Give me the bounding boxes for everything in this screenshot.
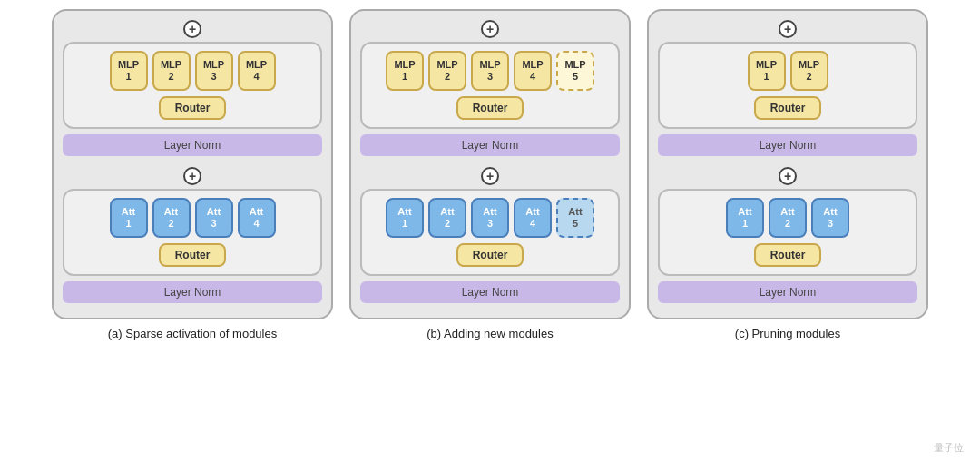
layer-norm-top: Layer Norm <box>63 134 322 156</box>
mlp-modules-row: MLP1MLP2 <box>748 51 828 91</box>
mlp-block-c: MLP1MLP2Router <box>658 42 917 129</box>
circle-plus: + <box>481 20 499 38</box>
att-sub: 1 <box>402 218 407 230</box>
att-label: Att <box>250 206 263 218</box>
att-box-1: Att1 <box>110 198 148 238</box>
mid-plus-symbol: + <box>658 167 917 185</box>
outer-card-b: +MLP1MLP2MLP3MLP4MLP5RouterLayer Norm+At… <box>349 9 631 319</box>
mlp-box-1: MLP1 <box>386 51 424 91</box>
att-modules-row: Att1Att2Att3Att4Att5 <box>386 198 594 238</box>
mlp-label: MLP <box>118 59 139 71</box>
att-box-3: Att3 <box>195 198 233 238</box>
router-label: Router <box>754 96 822 120</box>
att-block-inner: Att1Att2Att3Att4Att5 <box>371 198 609 238</box>
layer-norm-bottom: Layer Norm <box>658 281 917 303</box>
mlp-modules-row: MLP1MLP2MLP3MLP4MLP5 <box>386 51 594 91</box>
att-label: Att <box>164 206 178 218</box>
top-plus-symbol: + <box>658 20 917 38</box>
mlp-sub: 3 <box>487 71 493 83</box>
router-label: Router <box>456 96 524 120</box>
mlp-box-3: MLP3 <box>195 51 233 91</box>
att-sub: 2 <box>445 218 450 230</box>
att-router-label: Router <box>159 243 227 267</box>
att-label: Att <box>440 206 454 218</box>
mlp-sub: 1 <box>763 71 769 83</box>
top-plus-symbol: + <box>360 20 620 38</box>
att-label: Att <box>483 206 496 218</box>
att-box-4: Att4 <box>238 198 276 238</box>
mlp-sub: 2 <box>168 71 173 83</box>
mlp-label: MLP <box>203 59 224 71</box>
att-sub: 1 <box>125 218 131 230</box>
circle-plus-mid: + <box>481 167 499 185</box>
diagram-col-b: +MLP1MLP2MLP3MLP4MLP5RouterLayer Norm+At… <box>349 9 631 340</box>
att-box-2: Att2 <box>769 198 807 238</box>
mlp-sub: 5 <box>573 71 578 83</box>
outer-card-a: +MLP1MLP2MLP3MLP4RouterLayer Norm+Att1At… <box>52 9 333 319</box>
mlp-box-4: MLP4 <box>514 51 552 91</box>
mlp-label: MLP <box>522 59 543 71</box>
diagrams-row: +MLP1MLP2MLP3MLP4RouterLayer Norm+Att1At… <box>18 9 962 340</box>
mlp-label: MLP <box>564 59 585 71</box>
circle-plus-mid: + <box>183 167 201 185</box>
mlp-block-a: MLP1MLP2MLP3MLP4Router <box>63 42 322 129</box>
att-box-2: Att2 <box>152 198 191 238</box>
att-sub: 4 <box>530 218 535 230</box>
mlp-box-2: MLP2 <box>428 51 466 91</box>
att-sub: 2 <box>785 218 790 230</box>
outer-card-c: +MLP1MLP2RouterLayer Norm+Att1Att2Att3Ro… <box>647 9 928 319</box>
mid-plus-symbol: + <box>63 167 322 185</box>
mlp-label: MLP <box>246 59 267 71</box>
mlp-label: MLP <box>799 59 819 71</box>
diagram-col-a: +MLP1MLP2MLP3MLP4RouterLayer Norm+Att1At… <box>52 9 333 340</box>
mlp-label: MLP <box>436 59 457 71</box>
mlp-box-4: MLP4 <box>238 51 276 91</box>
circle-plus-mid: + <box>779 167 797 185</box>
att-router-box: Router <box>456 243 524 267</box>
mlp-router-box: Router <box>456 96 524 120</box>
att-block-a: Att1Att2Att3Att4Router <box>63 189 322 276</box>
layer-norm-bottom: Layer Norm <box>63 281 322 303</box>
diagram-col-c: +MLP1MLP2RouterLayer Norm+Att1Att2Att3Ro… <box>647 9 928 340</box>
mlp-label: MLP <box>394 59 415 71</box>
att-box-1: Att1 <box>726 198 764 238</box>
mlp-box-2: MLP2 <box>790 51 828 91</box>
att-box-1: Att1 <box>386 198 424 238</box>
watermark: 量子位 <box>934 441 964 455</box>
mlp-block-inner: MLP1MLP2MLP3MLP4MLP5 <box>371 51 609 91</box>
mlp-sub: 2 <box>445 71 450 83</box>
mlp-block-b: MLP1MLP2MLP3MLP4MLP5Router <box>360 42 620 129</box>
circle-plus: + <box>779 20 797 38</box>
mlp-box-3: MLP3 <box>471 51 509 91</box>
mlp-router-box: Router <box>754 96 822 120</box>
mlp-router-box: Router <box>159 96 227 120</box>
att-sub: 3 <box>828 218 833 230</box>
mlp-block-inner: MLP1MLP2 <box>669 51 906 91</box>
att-label: Att <box>122 206 135 218</box>
top-plus-symbol: + <box>63 20 322 38</box>
att-sub: 3 <box>487 218 493 230</box>
att-router-box: Router <box>159 243 227 267</box>
att-block-c: Att1Att2Att3Router <box>658 189 917 276</box>
mlp-box-1: MLP1 <box>110 51 148 91</box>
layer-norm-bottom: Layer Norm <box>360 281 620 303</box>
router-label: Router <box>159 96 227 120</box>
mlp-sub: 4 <box>530 71 535 83</box>
mlp-sub: 4 <box>253 71 259 83</box>
att-label: Att <box>568 206 582 218</box>
mlp-sub: 2 <box>806 71 811 83</box>
att-box-4: Att4 <box>514 198 552 238</box>
att-box-3: Att3 <box>811 198 849 238</box>
mlp-label: MLP <box>479 59 500 71</box>
mlp-modules-row: MLP1MLP2MLP3MLP4 <box>110 51 276 91</box>
mlp-sub: 1 <box>402 71 407 83</box>
caption-a: (a) Sparse activation of modules <box>108 327 277 340</box>
circle-plus: + <box>183 20 201 38</box>
mlp-label: MLP <box>756 59 777 71</box>
att-box-2: Att2 <box>428 198 466 238</box>
att-block-b: Att1Att2Att3Att4Att5Router <box>360 189 620 276</box>
mlp-block-inner: MLP1MLP2MLP3MLP4 <box>74 51 311 91</box>
att-box-5: Att5 <box>556 198 594 238</box>
att-router-box: Router <box>754 243 822 267</box>
att-label: Att <box>738 206 751 218</box>
